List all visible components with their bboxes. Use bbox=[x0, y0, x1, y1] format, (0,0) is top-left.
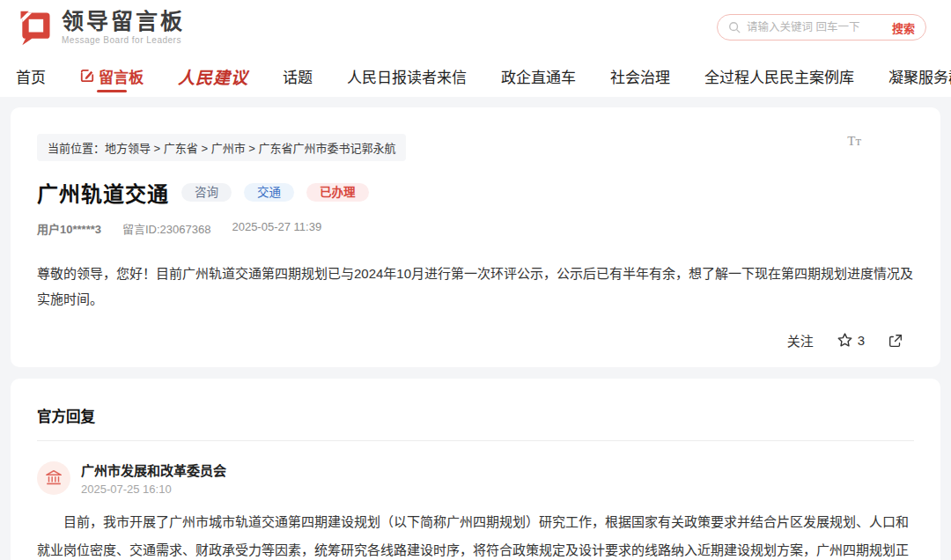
official-reply-card: 官方回复 广州市发展和改革委员会 2025-07-25 16:10 目前，我市开… bbox=[11, 379, 940, 560]
logo-icon bbox=[16, 8, 55, 47]
font-size-icon[interactable]: Tт bbox=[847, 134, 861, 149]
official-reply-title: 官方回复 bbox=[37, 405, 914, 441]
tag-category: 咨询 bbox=[181, 183, 232, 203]
star-count: 3 bbox=[858, 333, 865, 348]
nav-item-serve-masses[interactable]: 凝聚服务群众 bbox=[888, 55, 951, 97]
nav-item-social-governance[interactable]: 社会治理 bbox=[610, 55, 670, 97]
search-icon bbox=[728, 21, 741, 33]
government-building-icon bbox=[44, 468, 63, 488]
post-user: 用户10*****3 bbox=[37, 220, 101, 237]
main-content: 当前位置：地方领导 > 广东省 > 广州市 > 广东省广州市委书记郭永航 Tт … bbox=[0, 97, 951, 560]
nav-item-topics[interactable]: 话题 bbox=[283, 55, 313, 97]
share-icon bbox=[888, 333, 903, 349]
reply-paragraph: 目前，我市开展了广州市城市轨道交通第四期建设规划（以下简称广州四期规划）研究工作… bbox=[37, 508, 914, 560]
edit-pencil-icon bbox=[80, 69, 94, 83]
site-logo[interactable]: 领导留言板 Message Board for Leaders bbox=[16, 8, 185, 47]
logo-subtitle: Message Board for Leaders bbox=[62, 36, 185, 45]
nav-item-home[interactable]: 首页 bbox=[16, 55, 46, 97]
nav-item-democracy-cases[interactable]: 全过程人民民主案例库 bbox=[704, 55, 854, 97]
star-button[interactable]: 3 bbox=[837, 332, 865, 349]
avatar bbox=[37, 461, 70, 495]
follow-button[interactable]: 关注 bbox=[787, 331, 814, 350]
reply-body: 目前，我市开展了广州市城市轨道交通第四期建设规划（以下简称广州四期规划）研究工作… bbox=[37, 508, 914, 560]
tag-domain: 交通 bbox=[244, 183, 294, 203]
page-title: 广州轨道交通 bbox=[37, 177, 169, 208]
post-message-id: 留言ID:23067368 bbox=[122, 220, 210, 237]
breadcrumb[interactable]: 当前位置：地方领导 > 广东省 > 广州市 > 广东省广州市委书记郭永航 bbox=[37, 134, 406, 161]
main-nav: 首页 留言板 人民建议 话题 人民日报读者来信 政企直通车 社会治理 全过程人民… bbox=[0, 55, 951, 97]
nav-item-gov-enterprise[interactable]: 政企直通车 bbox=[501, 55, 576, 97]
search-button[interactable]: 搜索 bbox=[887, 19, 915, 36]
post-body: 尊敬的领导，您好！目前广州轨道交通第四期规划已与2024年10月进行第一次环评公… bbox=[37, 262, 914, 312]
reply-date: 2025-07-25 16:10 bbox=[81, 483, 226, 496]
nav-item-peoples-suggestions[interactable]: 人民建议 bbox=[178, 55, 248, 97]
post-date: 2025-05-27 11:39 bbox=[232, 220, 321, 237]
nav-item-label: 留言板 bbox=[99, 65, 144, 87]
post-card: 当前位置：地方领导 > 广东省 > 广州市 > 广东省广州市委书记郭永航 Tт … bbox=[11, 107, 940, 367]
nav-item-readers-letters[interactable]: 人民日报读者来信 bbox=[347, 55, 467, 97]
star-icon bbox=[837, 332, 853, 349]
logo-title: 领导留言板 bbox=[62, 11, 185, 33]
nav-item-message-board[interactable]: 留言板 bbox=[80, 55, 144, 97]
status-badge: 已办理 bbox=[306, 183, 369, 203]
search-input[interactable] bbox=[747, 21, 887, 33]
share-button[interactable] bbox=[888, 333, 903, 349]
site-header: 领导留言板 Message Board for Leaders 搜索 bbox=[0, 0, 951, 55]
reply-org-name: 广州市发展和改革委员会 bbox=[81, 461, 226, 479]
search-box: 搜索 bbox=[717, 14, 926, 41]
